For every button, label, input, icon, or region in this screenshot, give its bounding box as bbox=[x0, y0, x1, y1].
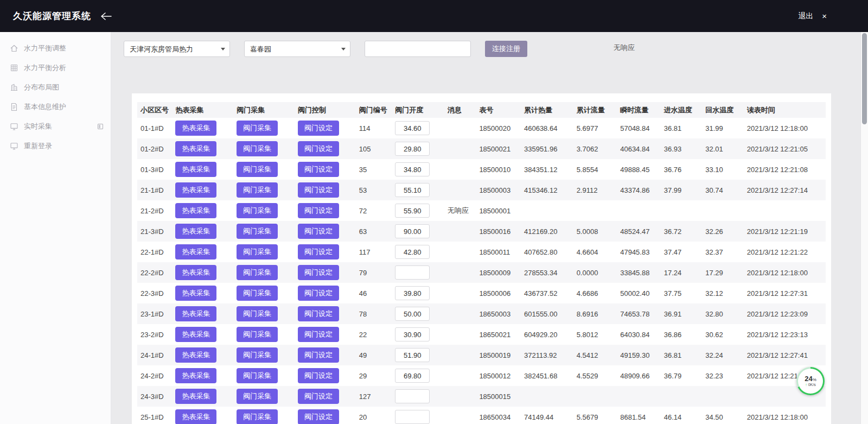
valve-set-button[interactable]: 阀门设定 bbox=[298, 182, 339, 198]
valve-opening-input[interactable] bbox=[395, 142, 430, 156]
cumulative-flow-cell: 8.6916 bbox=[573, 303, 617, 324]
valve-opening-input[interactable] bbox=[395, 162, 430, 176]
valve-opening-input[interactable] bbox=[395, 286, 430, 300]
logout-button[interactable]: 退出 bbox=[798, 11, 813, 21]
valve-collect-button[interactable]: 阀门采集 bbox=[237, 203, 278, 218]
valve-opening-input[interactable] bbox=[395, 389, 430, 403]
cumulative-heat-cell: 384351.12 bbox=[521, 159, 573, 180]
valve-collect-button[interactable]: 阀门采集 bbox=[237, 368, 278, 383]
valve-set-button[interactable]: 阀门设定 bbox=[298, 265, 339, 280]
station-select[interactable]: 天津河东房管局热力 bbox=[124, 41, 230, 57]
valve-collect-button[interactable]: 阀门采集 bbox=[237, 389, 278, 404]
valve-opening-input[interactable] bbox=[395, 224, 430, 238]
valve-collect-button[interactable]: 阀门采集 bbox=[237, 265, 278, 280]
district-cell: 21-1#D bbox=[137, 180, 172, 200]
meter-number-cell: 18500003 bbox=[476, 180, 521, 200]
inlet-temp-cell: 36.86 bbox=[661, 324, 703, 345]
valve-opening-input[interactable] bbox=[395, 183, 430, 197]
valve-collect-button[interactable]: 阀门采集 bbox=[237, 244, 278, 260]
valve-opening-input[interactable] bbox=[395, 327, 430, 341]
valve-collect-button[interactable]: 阀门采集 bbox=[237, 306, 278, 321]
heat-collect-button[interactable]: 热表采集 bbox=[175, 327, 216, 342]
heat-collect-button[interactable]: 热表采集 bbox=[175, 368, 216, 383]
heat-collect-button[interactable]: 热表采集 bbox=[175, 347, 216, 363]
valve-collect-button[interactable]: 阀门采集 bbox=[237, 224, 278, 239]
meter-number-cell: 18500020 bbox=[476, 118, 521, 138]
sidebar-item[interactable]: 实时采集 bbox=[0, 117, 111, 136]
valve-collect-button[interactable]: 阀门采集 bbox=[237, 182, 278, 198]
register-input[interactable] bbox=[365, 41, 471, 57]
sidebar-item[interactable]: 分布布局图 bbox=[0, 78, 111, 97]
valve-opening-input[interactable] bbox=[395, 265, 430, 280]
heat-collect-button[interactable]: 热表采集 bbox=[175, 182, 216, 198]
message-cell bbox=[444, 118, 476, 138]
valve-collect-button[interactable]: 阀门采集 bbox=[237, 286, 278, 301]
valve-set-button[interactable]: 阀门设定 bbox=[298, 306, 339, 321]
sidebar-item[interactable]: 水力平衡调整 bbox=[0, 39, 111, 58]
main-content: 天津河东房管局热力 嘉春园 连接注册 无响应 小区区号热表采集阀门采集阀门控制阀… bbox=[111, 32, 868, 424]
instant-flow-cell: 64030.84 bbox=[617, 324, 661, 345]
valve-set-button[interactable]: 阀门设定 bbox=[298, 203, 339, 218]
heat-collect-button[interactable]: 热表采集 bbox=[175, 162, 216, 177]
valve-number-cell: 79 bbox=[356, 262, 392, 283]
cumulative-heat-cell: 412169.20 bbox=[521, 221, 573, 242]
valve-collect-button[interactable]: 阀门采集 bbox=[237, 409, 278, 424]
valve-collect-button[interactable]: 阀门采集 bbox=[237, 162, 278, 177]
cpu-percent-text: 24% bbox=[805, 375, 816, 383]
close-icon[interactable]: × bbox=[822, 12, 827, 20]
valve-opening-input[interactable] bbox=[395, 348, 430, 362]
sidebar-item-label: 水力平衡分析 bbox=[24, 63, 66, 73]
heat-collect-button[interactable]: 热表采集 bbox=[175, 224, 216, 239]
heat-collect-button[interactable]: 热表采集 bbox=[175, 121, 216, 136]
heat-collect-button[interactable]: 热表采集 bbox=[175, 286, 216, 301]
valve-collect-button-cell: 阀门采集 bbox=[233, 180, 295, 200]
valve-set-button[interactable]: 阀门设定 bbox=[298, 121, 339, 136]
heat-collect-button[interactable]: 热表采集 bbox=[175, 409, 216, 424]
district-cell: 23-1#D bbox=[137, 303, 172, 324]
valve-opening-input[interactable] bbox=[395, 245, 430, 259]
heat-collect-button[interactable]: 热表采集 bbox=[175, 244, 216, 260]
vertical-scrollbar[interactable] bbox=[860, 32, 868, 424]
valve-collect-button[interactable]: 阀门采集 bbox=[237, 121, 278, 136]
valve-collect-button[interactable]: 阀门采集 bbox=[237, 141, 278, 156]
connect-register-button[interactable]: 连接注册 bbox=[485, 41, 527, 57]
message-cell: 无响应 bbox=[444, 200, 476, 221]
read-time-cell: 2021/3/12 12:27:31 bbox=[744, 283, 826, 303]
valve-opening-input[interactable] bbox=[395, 307, 430, 321]
district-cell: 24-1#D bbox=[137, 345, 172, 365]
sidebar-item[interactable]: 重新登录 bbox=[0, 136, 111, 156]
valve-opening-input[interactable] bbox=[395, 369, 430, 383]
valve-opening-input[interactable] bbox=[395, 121, 430, 135]
valve-set-button[interactable]: 阀门设定 bbox=[298, 141, 339, 156]
scrollbar-thumb[interactable] bbox=[862, 33, 867, 124]
network-speed-badge[interactable]: 24% ↑ 0K/s bbox=[796, 367, 825, 395]
valve-set-button[interactable]: 阀门设定 bbox=[298, 327, 339, 342]
heat-collect-button[interactable]: 热表采集 bbox=[175, 141, 216, 156]
valve-set-button[interactable]: 阀门设定 bbox=[298, 244, 339, 260]
inlet-temp-cell: 46.14 bbox=[661, 407, 703, 424]
valve-set-button[interactable]: 阀门设定 bbox=[298, 389, 339, 404]
valve-collect-button[interactable]: 阀门采集 bbox=[237, 327, 278, 342]
valve-opening-cell bbox=[392, 138, 444, 159]
valve-opening-input[interactable] bbox=[395, 410, 430, 424]
heat-collect-button[interactable]: 热表采集 bbox=[175, 203, 216, 218]
sidebar-collapse-icon[interactable] bbox=[100, 11, 113, 21]
panel-toggle-icon[interactable] bbox=[98, 124, 103, 129]
cumulative-heat-cell: 278553.34 bbox=[521, 262, 573, 283]
valve-set-button[interactable]: 阀门设定 bbox=[298, 409, 339, 424]
valve-opening-input[interactable] bbox=[395, 204, 430, 218]
valve-set-button[interactable]: 阀门设定 bbox=[298, 162, 339, 177]
valve-set-button[interactable]: 阀门设定 bbox=[298, 368, 339, 383]
cumulative-flow-cell bbox=[573, 386, 617, 407]
sidebar-item[interactable]: 基本信息维护 bbox=[0, 97, 111, 117]
valve-opening-cell bbox=[392, 221, 444, 242]
valve-set-button[interactable]: 阀门设定 bbox=[298, 224, 339, 239]
sidebar-item[interactable]: 水力平衡分析 bbox=[0, 58, 111, 78]
community-select[interactable]: 嘉春园 bbox=[244, 41, 350, 57]
heat-collect-button[interactable]: 热表采集 bbox=[175, 389, 216, 404]
valve-collect-button[interactable]: 阀门采集 bbox=[237, 347, 278, 363]
heat-collect-button[interactable]: 热表采集 bbox=[175, 265, 216, 280]
valve-set-button[interactable]: 阀门设定 bbox=[298, 286, 339, 301]
heat-collect-button[interactable]: 热表采集 bbox=[175, 306, 216, 321]
valve-set-button[interactable]: 阀门设定 bbox=[298, 347, 339, 363]
